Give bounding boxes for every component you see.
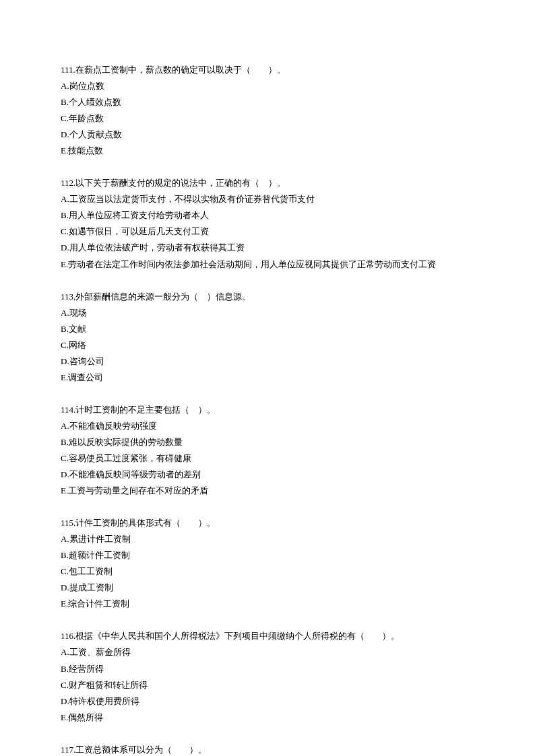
question-113: 113.外部薪酬信息的来源一般分为（ ）信息源。 A.现场 B.文献 C.网络 …: [61, 289, 474, 386]
option-b: B.超额计件工资制: [61, 547, 474, 563]
option-c: C.财产租赁和转让所得: [61, 677, 474, 693]
option-d: D.个人贡献点数: [61, 127, 474, 143]
option-a: A.工资应当以法定货币支付，不得以实物及有价证券替代货币支付: [61, 191, 474, 207]
option-a: A.不能准确反映劳动强度: [61, 418, 474, 434]
option-a: A.现场: [61, 305, 474, 321]
option-d: D.用人单位依法破产时，劳动者有权获得其工资: [61, 240, 474, 256]
question-stem: 114.计时工资制的不足主要包括（ ）。: [61, 402, 474, 418]
question-stem: 111.在薪点工资制中，薪点数的确定可以取决于（ ）。: [61, 62, 474, 78]
option-e: E.综合计件工资制: [61, 596, 474, 612]
option-a: A.工资、薪金所得: [61, 644, 474, 660]
question-stem: 115.计件工资制的具体形式有（ ）。: [61, 515, 474, 531]
question-112: 112.以下关于薪酬支付的规定的说法中，正确的有（ ）。 A.工资应当以法定货币…: [61, 175, 474, 272]
page-content: 111.在薪点工资制中，薪点数的确定可以取决于（ ）。 A.岗位点数 B.个人绩…: [0, 0, 535, 756]
option-e: E.偶然所得: [61, 710, 474, 726]
question-111: 111.在薪点工资制中，薪点数的确定可以取决于（ ）。 A.岗位点数 B.个人绩…: [61, 62, 474, 159]
option-d: D.提成工资制: [61, 580, 474, 596]
question-114: 114.计时工资制的不足主要包括（ ）。 A.不能准确反映劳动强度 B.难以反映…: [61, 402, 474, 499]
question-stem: 116.根据《中华人民共和国个人所得税法》下列项目中须缴纳个人所得税的有（ ）。: [61, 628, 474, 644]
option-c: C.年龄点数: [61, 110, 474, 127]
option-b: B.用人单位应将工资支付给劳动者本人: [61, 207, 474, 224]
option-b: B.个人绩效点数: [61, 94, 474, 110]
option-e: E.技能点数: [61, 143, 474, 159]
option-e: E.劳动者在法定工作时间内依法参加社会活动期间，用人单位应视同其提供了正常劳动而…: [61, 256, 474, 273]
option-e: E.调查公司: [61, 370, 474, 386]
option-c: C.包工工资制: [61, 563, 474, 580]
option-b: B.文献: [61, 321, 474, 337]
question-stem: 117.工资总额体系可以分为（ ）。: [61, 742, 474, 756]
option-c: C.如遇节假日，可以延后几天支付工资: [61, 224, 474, 240]
question-116: 116.根据《中华人民共和国个人所得税法》下列项目中须缴纳个人所得税的有（ ）。…: [61, 628, 474, 725]
option-c: C.容易使员工过度紧张，有碍健康: [61, 450, 474, 467]
question-117: 117.工资总额体系可以分为（ ）。 A.高弹性模式: [61, 742, 474, 756]
option-d: D.咨询公司: [61, 353, 474, 370]
option-a: A.岗位点数: [61, 78, 474, 94]
question-stem: 113.外部薪酬信息的来源一般分为（ ）信息源。: [61, 289, 474, 305]
question-stem: 112.以下关于薪酬支付的规定的说法中，正确的有（ ）。: [61, 175, 474, 191]
option-d: D.特许权使用费所得: [61, 693, 474, 710]
option-a: A.累进计件工资制: [61, 531, 474, 547]
option-d: D.不能准确反映同等级劳动者的差别: [61, 467, 474, 483]
option-e: E.工资与劳动量之间存在不对应的矛盾: [61, 483, 474, 499]
question-115: 115.计件工资制的具体形式有（ ）。 A.累进计件工资制 B.超额计件工资制 …: [61, 515, 474, 612]
option-c: C.网络: [61, 337, 474, 353]
option-b: B.难以反映实际提供的劳动数量: [61, 434, 474, 450]
option-b: B.经营所得: [61, 661, 474, 677]
